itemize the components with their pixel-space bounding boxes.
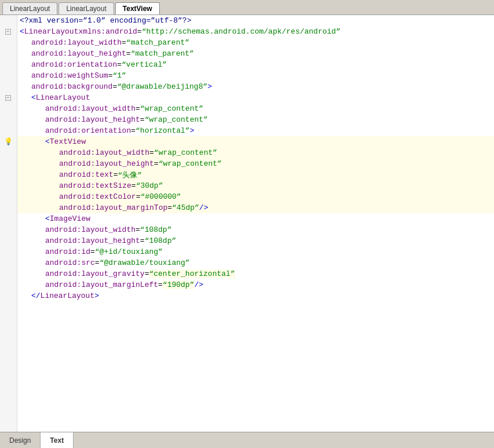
tag-name-inner-linearlayout: LinearLayout [36, 93, 90, 102]
code-line-15: android:text=“头像” [17, 169, 494, 180]
gutter-row-24 [0, 268, 17, 279]
attr-inner-orientation-val: “horizontal” [136, 126, 190, 135]
code-line-5: android:orientation=“vertical” [17, 59, 494, 70]
code-line-3: android:layout_width=“match_parent” [17, 37, 494, 48]
attr-tv-margintop-val: “45dp” [172, 203, 199, 212]
code-line-17: android:textColor=“#000000” [17, 191, 494, 202]
tab-linearlayout-2[interactable]: LinearLayout [58, 2, 114, 14]
attr-tv-width: android:layout_width [59, 148, 149, 157]
fold-open-linearlayout[interactable]: − [5, 29, 11, 35]
attr-xmlns-value: “http://schemas.android.com/apk/res/andr… [142, 27, 341, 36]
attr-tv-textsize-val: “30dp” [136, 181, 163, 190]
gutter-row-11 [0, 125, 17, 136]
code-line-22: android:id=“@+id/touxiang” [17, 246, 494, 257]
attr-tv-textcolor-val: “#000000” [140, 192, 181, 201]
gutter-row-2[interactable]: − [0, 26, 17, 37]
gutter-row-5 [0, 59, 17, 70]
code-line-13: android:layout_width=“wrap_content” [17, 147, 494, 158]
attr-layout-height-val: “match_parent” [131, 49, 194, 58]
bottom-tab-text[interactable]: Text [41, 432, 74, 448]
code-line-23: android:src=“@drawable/touxiang” [17, 257, 494, 268]
attr-iv-id: android:id [45, 247, 90, 256]
code-line-26: </LinearLayout> [17, 290, 494, 301]
attr-iv-marginleft: android:layout_marginLeft [45, 281, 158, 289]
code-line-4: android:layout_height=“match_parent” [17, 48, 494, 59]
gutter-row-9 [0, 103, 17, 114]
attr-tv-text: android:text [59, 170, 114, 179]
attr-iv-src: android:src [45, 258, 95, 267]
tab-textview[interactable]: TextView [115, 2, 160, 14]
code-line-12: <TextView [17, 136, 494, 147]
gutter-row-12[interactable]: 💡 [0, 136, 17, 147]
code-line-24: android:layout_gravity=“center_horizonta… [17, 268, 494, 279]
tag-name-linearlayout: LinearLayout [24, 27, 79, 36]
code-line-10: android:layout_height=“wrap_content” [17, 114, 494, 125]
gutter-row-1 [0, 15, 17, 26]
attr-iv-width: android:layout_width [45, 225, 136, 234]
attr-inner-height-val: “wrap_content” [145, 115, 208, 124]
attr-iv-id-val: “@+id/touxiang” [95, 247, 163, 256]
attr-tv-height: android:layout_height [59, 159, 154, 168]
attr-tv-height-val: “wrap_content” [159, 159, 222, 168]
code-line-11: android:orientation=“horizontal”> [17, 125, 494, 136]
attr-iv-height: android:layout_height [45, 236, 140, 245]
gutter-row-19 [0, 213, 17, 224]
hint-bulb-icon[interactable]: 💡 [4, 137, 13, 146]
bottom-bar: Design Text [0, 432, 494, 448]
gutter-row-20 [0, 224, 17, 235]
gutter-row-13 [0, 147, 17, 158]
attr-layout-width-val: “match_parent” [126, 38, 189, 47]
attr-xmlns: xmlns:android [78, 27, 137, 36]
code-line-21: android:layout_height=“108dp” [17, 235, 494, 246]
attr-inner-width: android:layout_width [45, 104, 136, 113]
gutter-row-6 [0, 70, 17, 81]
code-content[interactable]: <?xml version=”1.0” encoding=”utf-8”?> <… [17, 15, 494, 432]
gutter-row-10 [0, 114, 17, 125]
attr-weightsum: android:weightSum [31, 71, 108, 80]
xml-decl: <?xml version=”1.0” encoding=”utf-8”?> [20, 16, 191, 25]
gutter-row-3 [0, 37, 17, 48]
code-line-1: <?xml version=”1.0” encoding=”utf-8”?> [17, 15, 494, 26]
gutter-row-15 [0, 169, 17, 180]
tab-linearlayout-1[interactable]: LinearLayout [2, 2, 57, 14]
attr-iv-gravity: android:layout_gravity [45, 269, 145, 278]
attr-inner-width-val: “wrap_content” [140, 104, 203, 113]
attr-tv-width-val: “wrap_content” [154, 148, 217, 157]
gutter-row-26 [0, 290, 17, 301]
gutter-row-22 [0, 246, 17, 257]
gutter-row-18 [0, 202, 17, 213]
tag-bracket-open: < [20, 27, 24, 36]
attr-tv-textcolor: android:textColor [59, 192, 136, 201]
attr-background: android:background [31, 82, 112, 91]
gutter-row-7 [0, 81, 17, 92]
gutter-row-25 [0, 279, 17, 290]
attr-inner-height: android:layout_height [45, 115, 140, 124]
code-lines: <?xml version=”1.0” encoding=”utf-8”?> <… [17, 15, 494, 301]
gutter-row-8[interactable]: − [0, 92, 17, 103]
code-line-6: android:weightSum=“1” [17, 70, 494, 81]
tag-name-textview: TextView [50, 137, 86, 146]
attr-background-val: “@drawable/beijing8” [117, 82, 207, 91]
gutter-row-21 [0, 235, 17, 246]
attr-tv-text-val: “头像” [118, 170, 142, 180]
code-line-19: <ImageView [17, 213, 494, 224]
gutter-row-23 [0, 257, 17, 268]
gutter-row-14 [0, 158, 17, 169]
fold-open-inner-linearlayout[interactable]: − [5, 95, 11, 101]
attr-orientation-val: “vertical” [122, 60, 167, 69]
attr-iv-marginleft-val: “190dp” [163, 281, 195, 289]
attr-layout-width: android:layout_width [31, 38, 122, 47]
code-line-20: android:layout_width=“108dp” [17, 224, 494, 235]
code-line-8: <LinearLayout [17, 92, 494, 103]
attr-inner-orientation: android:orientation [45, 126, 131, 135]
tag-name-close-linearlayout: LinearLayout [41, 292, 95, 300]
code-line-25: android:layout_marginLeft=“190dp” /> [17, 279, 494, 290]
attr-tv-textsize: android:textSize [59, 181, 131, 190]
gutter-row-16 [0, 180, 17, 191]
bottom-tab-design[interactable]: Design [0, 432, 41, 448]
attr-iv-height-val: “108dp” [145, 236, 177, 245]
attr-iv-gravity-val: “center_horizontal” [149, 269, 235, 278]
gutter-row-17 [0, 191, 17, 202]
code-line-16: android:textSize=“30dp” [17, 180, 494, 191]
attr-layout-height: android:layout_height [31, 49, 126, 58]
